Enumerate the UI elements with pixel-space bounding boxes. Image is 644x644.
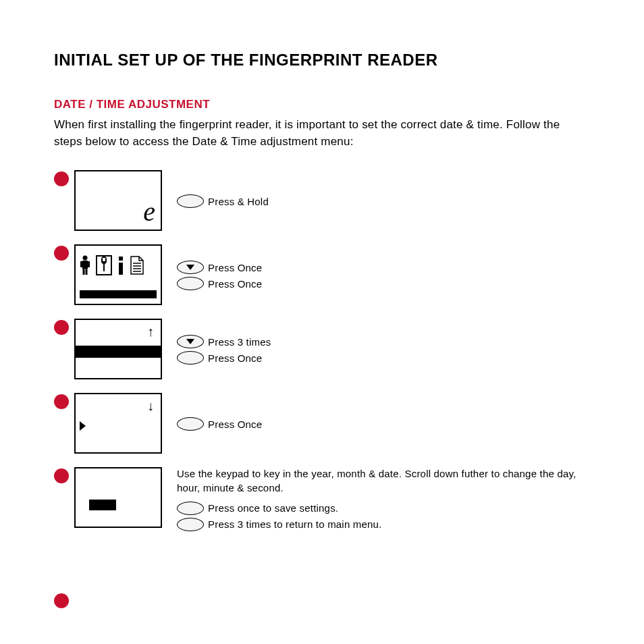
instruction-text: Press 3 times (208, 336, 271, 348)
e-logo-icon: e (143, 198, 155, 225)
manual-page: INITIAL SET UP OF THE FINGERPRINT READER… (0, 0, 644, 635)
svg-rect-3 (88, 261, 90, 267)
page-bullet (54, 593, 69, 608)
step-instructions: Press Once (167, 393, 590, 432)
svg-point-0 (83, 256, 88, 261)
svg-rect-7 (103, 258, 105, 261)
blank-button-icon (177, 518, 204, 531)
selection-bar (76, 346, 161, 358)
svg-rect-5 (86, 269, 88, 275)
down-button-icon (177, 261, 204, 274)
steps-list: e Press & Hold (54, 170, 590, 533)
instruction-text: Press Once (208, 352, 262, 364)
svg-rect-8 (119, 257, 123, 261)
instruction-text: Press Once (208, 262, 262, 273)
device-screen: ↓ (74, 393, 162, 454)
device-screen (74, 244, 162, 305)
step-bullet (54, 320, 69, 335)
instruction-text: Press 3 times to return to main menu. (208, 518, 382, 530)
svg-marker-14 (186, 265, 194, 270)
blank-button-icon (177, 277, 204, 290)
blank-button-icon (177, 417, 204, 431)
intro-text: When first installing the fingerprint re… (54, 117, 590, 150)
step-3: ↑ Press 3 times Press Once (54, 319, 590, 379)
page-title: INITIAL SET UP OF THE FINGERPRINT READER (54, 51, 590, 70)
step-instructions: Press & Hold (167, 170, 590, 209)
info-icon (117, 255, 124, 275)
instruction-text: Press once to save settings. (208, 502, 338, 514)
caret-right-icon (80, 421, 86, 431)
svg-rect-4 (83, 269, 85, 275)
svg-rect-1 (82, 261, 88, 269)
step-instructions: Press 3 times Press Once (167, 319, 590, 366)
instruction-text: Press & Hold (208, 196, 269, 207)
step-bullet (54, 246, 69, 261)
svg-marker-15 (186, 339, 194, 344)
step-instructions: Press Once Press Once (167, 244, 590, 292)
selection-bar (80, 290, 157, 298)
blank-button-icon (177, 502, 204, 515)
arrow-down-icon: ↓ (147, 398, 154, 414)
person-icon (80, 255, 90, 275)
svg-rect-2 (80, 261, 82, 267)
arrow-up-icon: ↑ (147, 324, 154, 340)
step-1: e Press & Hold (54, 170, 590, 231)
blank-button-icon (177, 194, 204, 208)
blank-button-icon (177, 351, 204, 365)
instruction-text: Press Once (208, 419, 262, 430)
step-instructions: Use the keypad to key in the year, month… (167, 467, 590, 533)
step-2: Press Once Press Once (54, 244, 590, 305)
device-screen: e (74, 170, 162, 231)
step-bullet (54, 171, 69, 186)
svg-rect-9 (119, 263, 123, 275)
step-5: Use the keypad to key in the year, month… (54, 467, 590, 533)
step-bullet (54, 468, 69, 483)
device-screen (74, 467, 162, 528)
instruction-text: Press Once (208, 278, 262, 290)
device-screen: ↑ (74, 319, 162, 379)
step-4: ↓ Press Once (54, 393, 590, 454)
document-icon (130, 255, 144, 275)
down-button-icon (177, 335, 204, 348)
section-heading: DATE / TIME ADJUSTMENT (54, 98, 590, 111)
instruction-paragraph: Use the keypad to key in the year, month… (177, 467, 590, 495)
step-bullet (54, 394, 69, 409)
cursor-block (89, 500, 116, 510)
wrench-icon (96, 255, 112, 275)
